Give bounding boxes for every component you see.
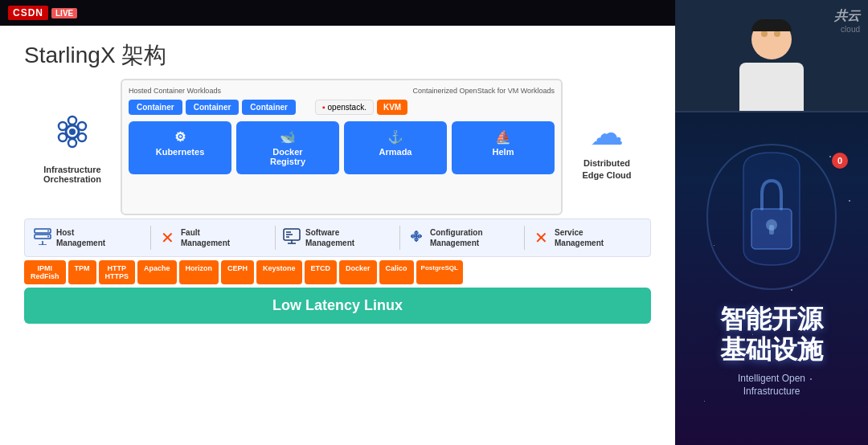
tech-ceph: CEPH [221, 260, 254, 284]
speaker-camera: 共云 cloud [675, 0, 868, 112]
openstack-label: openstack. [328, 103, 366, 112]
chinese-title-line1: 智能开源 [720, 304, 823, 334]
service-management: ✕ ServiceManagement [528, 227, 645, 248]
speaker-body [739, 63, 804, 111]
config-mgmt-label: ConfigurationManagement [430, 227, 483, 248]
docker-registry-btn: 🐋 DockerRegistry [236, 121, 339, 174]
tech-docker: Docker [339, 260, 377, 284]
armada-btn: ⚓ Armada [344, 121, 447, 174]
right-sidebar: 共云 cloud [675, 0, 868, 445]
gear-cluster-icon [51, 111, 93, 160]
fault-management: ✕ FaultManagement [154, 227, 272, 248]
host-management: HostManagement [30, 227, 147, 249]
management-row: HostManagement ✕ FaultManagement [24, 218, 651, 257]
cam-logo-area: 共云 cloud [834, 8, 860, 34]
csdn-logo: CSDN [8, 6, 48, 20]
svg-rect-28 [769, 225, 774, 235]
chinese-title: 智能开源 基础设施 [720, 304, 823, 365]
architecture-diagram: InfrastructureOrchestration Hosted Conta… [16, 79, 659, 324]
top-section: InfrastructureOrchestration Hosted Conta… [24, 79, 651, 215]
hosted-workload-label: Hosted Container Workloads [129, 87, 221, 95]
tech-etcd: ETCD [305, 260, 338, 284]
tools-row: ⚙ Kubernetes 🐋 DockerRegistry ⚓ Armada [129, 121, 555, 174]
svg-point-11 [47, 235, 49, 237]
software-mgmt-icon [282, 228, 301, 248]
linux-banner: Low Latency Linux [24, 288, 651, 324]
openstack-btn: ▪ openstack. [315, 100, 374, 115]
cam-logo-text: 共云 [834, 8, 860, 25]
tech-postgresql: PostgreSQL [416, 260, 463, 284]
kubernetes-icon: ⚙ [174, 129, 186, 145]
workloads-header: Hosted Container Workloads Containerized… [129, 87, 555, 95]
software-mgmt-label: SoftwareManagement [305, 227, 354, 248]
cloud-icon: ☁ [590, 113, 624, 153]
divider-1 [150, 226, 151, 250]
speaker-figure [739, 19, 804, 111]
helm-label: Helm [493, 147, 514, 157]
config-management: ConfigurationManagement [403, 227, 521, 249]
slide-title: StarlingX 架构 [0, 26, 675, 79]
helm-icon: ⛵ [495, 129, 511, 145]
fault-mgmt-label: FaultManagement [181, 227, 230, 248]
container-row: Container Container Container ▪ openstac… [129, 100, 555, 115]
english-subtitle: Intelligent Open Infrastructure [720, 372, 823, 399]
divider-4 [524, 226, 525, 250]
tech-keystone: Keystone [256, 260, 302, 284]
divider-3 [399, 226, 400, 250]
center-workloads: Hosted Container Workloads Containerized… [121, 79, 563, 215]
edge-cloud-label: DistributedEdge Cloud [582, 157, 631, 181]
service-mgmt-label: ServiceManagement [555, 227, 604, 248]
tech-stack-row: IPMIRedFish TPM HTTPHTTPS Apache Horizon… [24, 260, 651, 284]
edge-cloud: ☁ DistributedEdge Cloud [563, 79, 651, 215]
kubernetes-btn: ⚙ Kubernetes [129, 121, 231, 174]
header-bar: CSDN LIVE [0, 0, 675, 26]
live-badge: LIVE [51, 8, 77, 18]
chinese-title-line2: 基础设施 [720, 334, 823, 365]
speaker-head [751, 19, 792, 59]
tech-calico: Calico [379, 260, 414, 284]
svg-point-7 [69, 129, 76, 135]
cam-sub-text: cloud [834, 25, 860, 34]
host-mgmt-label: HostManagement [56, 227, 105, 248]
docker-label: DockerRegistry [270, 147, 305, 166]
svg-point-4 [78, 122, 86, 130]
fault-mgmt-icon: ✕ [158, 228, 177, 247]
english-subtitle-line1: Intelligent Open [720, 372, 823, 386]
slide-area: StarlingX 架构 [0, 26, 675, 445]
container-btn-2: Container [186, 100, 240, 115]
tech-ipmi: IPMIRedFish [24, 260, 66, 284]
tech-horizon: Horizon [179, 260, 219, 284]
container-btn-3: Container [242, 100, 296, 115]
software-management: SoftwareManagement [279, 227, 396, 248]
kvm-btn: KVM [377, 100, 407, 115]
svg-point-10 [47, 230, 49, 231]
infra-label: InfrastructureOrchestration [43, 165, 101, 184]
infra-orchestration: InfrastructureOrchestration [24, 79, 121, 215]
host-mgmt-icon [33, 227, 52, 249]
svg-point-6 [78, 133, 86, 141]
english-subtitle-line2: Infrastructure [720, 385, 823, 398]
armada-icon: ⚓ [387, 129, 403, 145]
main-presentation: CSDN LIVE StarlingX 架构 [0, 0, 675, 445]
tech-apache: Apache [137, 260, 177, 284]
tech-tpm: TPM [68, 260, 96, 284]
openstack-icon: ▪ [322, 103, 326, 112]
svg-point-1 [68, 116, 76, 125]
kubernetes-label: Kubernetes [156, 147, 205, 157]
svg-point-5 [59, 133, 67, 141]
sidebar-main-content: 智能开源 基础设施 Intelligent Open Infrastructur… [720, 255, 823, 398]
containerized-workload-label: Containerized OpenStack for VM Workloads [413, 87, 555, 95]
helm-btn: ⛵ Helm [452, 121, 555, 174]
svg-point-2 [68, 139, 76, 147]
config-mgmt-icon [407, 227, 426, 249]
notification-dot: 0 [832, 153, 848, 169]
svg-point-3 [59, 122, 67, 130]
docker-icon: 🐋 [280, 129, 296, 145]
divider-2 [275, 226, 276, 250]
armada-label: Armada [379, 147, 412, 157]
tech-http: HTTPHTTPS [99, 260, 136, 284]
right-content: 0 智能开源 基础设施 Intelligent Open Infrastruct… [675, 112, 868, 445]
service-mgmt-icon: ✕ [531, 228, 551, 247]
container-btn-1: Container [129, 100, 182, 115]
